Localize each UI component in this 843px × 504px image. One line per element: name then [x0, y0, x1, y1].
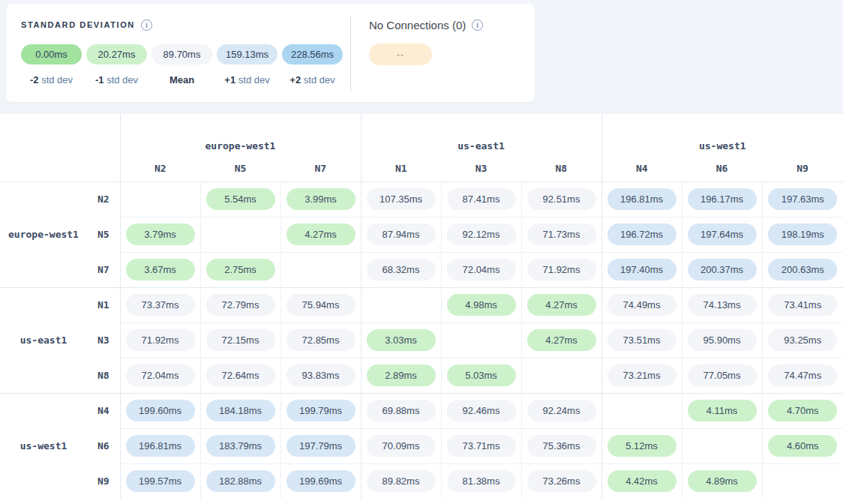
latency-cell[interactable]: 93.25ms [762, 322, 843, 358]
latency-pill: 107.35ms [367, 188, 436, 210]
latency-cell[interactable]: 92.51ms [521, 182, 602, 217]
latency-cell[interactable]: 87.41ms [441, 182, 521, 217]
latency-cell[interactable]: 4.11ms [682, 393, 762, 428]
latency-cell[interactable] [762, 464, 843, 499]
info-icon[interactable]: i [141, 20, 152, 31]
matrix-row-n9: N9 199.57ms 182.88ms 199.69ms 89.82ms 81… [0, 464, 843, 499]
latency-cell[interactable]: 95.90ms [682, 322, 762, 358]
latency-cell[interactable]: 73.51ms [602, 322, 682, 358]
latency-cell[interactable]: 89.82ms [361, 464, 441, 499]
latency-cell[interactable]: 81.38ms [441, 464, 521, 499]
latency-cell[interactable]: 4.27ms [521, 322, 602, 358]
latency-cell[interactable]: 182.88ms [200, 464, 280, 499]
latency-cell[interactable]: 4.70ms [762, 393, 843, 428]
latency-cell[interactable]: 92.12ms [441, 217, 521, 252]
row-group-us-east1: us-east1 N1 73.37ms 72.79ms 75.94ms 4.98… [0, 287, 843, 393]
latency-cell[interactable]: 4.89ms [682, 464, 762, 499]
latency-cell[interactable] [361, 287, 441, 322]
latency-cell[interactable]: 73.37ms [120, 287, 200, 322]
latency-cell[interactable] [682, 428, 762, 464]
latency-pill: 72.85ms [286, 329, 356, 351]
latency-cell[interactable] [280, 252, 361, 287]
latency-cell[interactable]: 196.81ms [120, 428, 200, 464]
latency-cell[interactable]: 75.36ms [521, 428, 602, 464]
stddev-scale-labels: -2 std dev -1 std dev Mean +1 std dev +2… [21, 74, 350, 86]
latency-matrix-table: europe-west1 us-east1 us-west1 N2 N5 N7 … [0, 114, 843, 499]
latency-cell[interactable]: 70.09ms [361, 428, 441, 464]
latency-cell[interactable]: 73.71ms [441, 428, 521, 464]
latency-cell[interactable]: 197.79ms [280, 428, 361, 464]
latency-cell[interactable]: 5.54ms [200, 182, 280, 217]
latency-pill: 73.71ms [447, 435, 516, 457]
latency-cell[interactable]: 72.04ms [441, 252, 521, 287]
latency-cell[interactable]: 2.89ms [361, 358, 441, 393]
latency-cell[interactable]: 197.40ms [602, 252, 682, 287]
latency-cell[interactable]: 198.19ms [762, 217, 843, 252]
latency-cell[interactable]: 71.92ms [521, 252, 602, 287]
latency-cell[interactable]: 72.15ms [200, 322, 280, 358]
latency-cell[interactable]: 4.98ms [441, 287, 521, 322]
latency-cell[interactable]: 3.67ms [120, 252, 200, 287]
latency-cell[interactable]: 71.73ms [521, 217, 602, 252]
latency-cell[interactable]: 199.69ms [280, 464, 361, 499]
latency-pill: 199.79ms [286, 400, 356, 422]
latency-cell[interactable] [521, 358, 602, 393]
latency-cell[interactable] [602, 393, 682, 428]
latency-cell[interactable]: 196.17ms [682, 182, 762, 217]
latency-pill: 73.37ms [126, 294, 195, 316]
latency-cell[interactable]: 5.12ms [602, 428, 682, 464]
latency-cell[interactable]: 3.03ms [361, 322, 441, 358]
info-icon[interactable]: i [472, 20, 483, 31]
latency-cell[interactable]: 72.64ms [200, 358, 280, 393]
latency-cell[interactable]: 71.92ms [120, 322, 200, 358]
latency-cell[interactable]: 73.41ms [762, 287, 843, 322]
latency-cell[interactable]: 92.24ms [521, 393, 602, 428]
latency-pill: 74.49ms [608, 294, 676, 316]
latency-cell[interactable]: 72.79ms [200, 287, 280, 322]
latency-cell[interactable]: 184.18ms [200, 393, 280, 428]
latency-cell[interactable]: 197.64ms [682, 217, 762, 252]
latency-cell[interactable]: 87.94ms [361, 217, 441, 252]
latency-cell[interactable]: 92.46ms [441, 393, 521, 428]
latency-cell[interactable]: 72.04ms [120, 358, 200, 393]
latency-cell[interactable]: 199.57ms [120, 464, 200, 499]
latency-cell[interactable]: 72.85ms [280, 322, 361, 358]
latency-cell[interactable]: 196.72ms [602, 217, 682, 252]
latency-cell[interactable]: 199.60ms [120, 393, 200, 428]
latency-cell[interactable]: 4.27ms [280, 217, 361, 252]
latency-cell[interactable]: 107.35ms [361, 182, 441, 217]
latency-cell[interactable]: 69.88ms [361, 393, 441, 428]
latency-cell[interactable]: 73.26ms [521, 464, 602, 499]
latency-cell[interactable]: 68.32ms [361, 252, 441, 287]
latency-cell[interactable]: 73.21ms [602, 358, 682, 393]
latency-cell[interactable]: 3.99ms [280, 182, 361, 217]
latency-cell[interactable]: 2.75ms [200, 252, 280, 287]
latency-cell[interactable]: 183.79ms [200, 428, 280, 464]
latency-cell[interactable]: 4.27ms [521, 287, 602, 322]
latency-cell[interactable]: 93.83ms [280, 358, 361, 393]
latency-cell[interactable]: 197.63ms [762, 182, 843, 217]
latency-cell[interactable]: 200.63ms [762, 252, 843, 287]
latency-cell[interactable] [200, 217, 280, 252]
latency-cell[interactable]: 74.13ms [682, 287, 762, 322]
latency-cell[interactable]: 77.05ms [682, 358, 762, 393]
latency-pill: 74.13ms [688, 294, 757, 316]
latency-pill: 70.09ms [367, 435, 436, 457]
latency-cell[interactable] [441, 322, 521, 358]
latency-cell[interactable]: 75.94ms [280, 287, 361, 322]
latency-cell[interactable]: 196.81ms [602, 182, 682, 217]
node-header-row: N2 N5 N7 N1 N3 N8 N4 N6 N9 [0, 156, 843, 182]
latency-cell[interactable]: 74.47ms [762, 358, 843, 393]
row-group-label-us-east1: us-east1 [0, 287, 87, 393]
latency-cell[interactable]: 74.49ms [602, 287, 682, 322]
latency-pill: 199.57ms [126, 470, 195, 492]
latency-pill: 4.89ms [688, 470, 757, 492]
latency-pill: 4.98ms [447, 294, 516, 316]
latency-cell[interactable]: 5.03ms [441, 358, 521, 393]
latency-cell[interactable]: 199.79ms [280, 393, 361, 428]
latency-cell[interactable]: 200.37ms [682, 252, 762, 287]
latency-cell[interactable]: 3.79ms [120, 217, 200, 252]
latency-cell[interactable] [120, 182, 200, 217]
latency-cell[interactable]: 4.42ms [602, 464, 682, 499]
latency-cell[interactable]: 4.60ms [762, 428, 843, 464]
